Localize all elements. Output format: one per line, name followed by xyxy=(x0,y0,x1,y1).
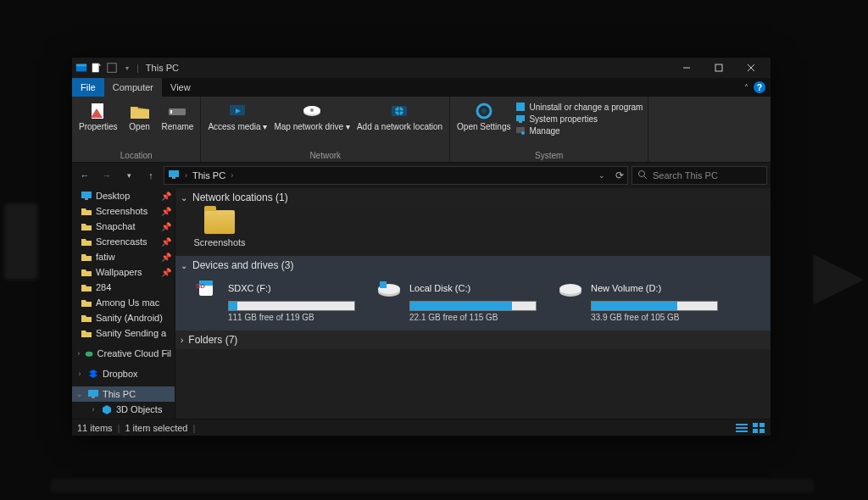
pin-icon: 📌 xyxy=(161,222,171,231)
svg-point-19 xyxy=(481,108,487,114)
chevron-right-icon[interactable]: › xyxy=(231,171,233,180)
qat-dropdown-icon[interactable]: ▾ xyxy=(121,62,133,74)
uninstall-icon xyxy=(515,102,526,112)
hdd-icon xyxy=(557,278,584,298)
settings-icon xyxy=(472,102,496,120)
ribbon-open-settings[interactable]: Open Settings xyxy=(455,100,512,149)
sidebar-item-sanity-sending[interactable]: Sanity Sending a xyxy=(72,325,175,341)
svg-rect-30 xyxy=(85,198,88,200)
folder-icon xyxy=(81,221,92,231)
search-icon xyxy=(637,169,648,181)
add-location-icon xyxy=(387,102,411,120)
sidebar-item-among-us[interactable]: Among Us mac xyxy=(72,295,175,310)
titlebar[interactable]: ▾ | This PC xyxy=(72,58,771,78)
capacity-bar xyxy=(228,301,355,311)
chevron-down-icon[interactable]: ⌄ xyxy=(181,193,187,203)
qat-properties-icon[interactable] xyxy=(91,62,103,74)
tab-computer[interactable]: Computer xyxy=(104,78,162,97)
svg-point-27 xyxy=(639,171,645,177)
nav-back-button[interactable]: ← xyxy=(75,166,94,185)
folder-icon xyxy=(81,297,92,308)
nav-up-button[interactable]: ↑ xyxy=(142,166,160,185)
section-network-locations[interactable]: ⌄ Network locations (1) xyxy=(175,188,771,207)
map-drive-icon xyxy=(300,102,324,120)
sidebar-item-screencasts[interactable]: Screencasts 📌 xyxy=(72,234,175,249)
sidebar-item-284[interactable]: 284 xyxy=(72,280,175,295)
3d-objects-icon xyxy=(101,404,113,414)
sidebar-item-snapchat[interactable]: Snapchat 📌 xyxy=(72,219,175,234)
nav-forward-button[interactable]: → xyxy=(97,166,116,185)
ribbon-rename[interactable]: Rename xyxy=(160,100,196,149)
nav-recent-button[interactable]: ▾ xyxy=(120,166,138,185)
content-pane: ⌄ Network locations (1) Screenshots ⌄ De… xyxy=(175,188,771,419)
close-button[interactable] xyxy=(735,58,767,78)
sidebar-item-sanity-android[interactable]: Sanity (Android) xyxy=(72,310,175,325)
ribbon-access-media[interactable]: Access media ▾ xyxy=(206,100,269,149)
status-item-count: 11 items xyxy=(77,423,113,433)
search-input[interactable]: Search This PC xyxy=(632,166,767,185)
sidebar-item-3d-objects[interactable]: › 3D Objects xyxy=(72,402,175,417)
section-folders[interactable]: › Folders (7) xyxy=(175,331,771,349)
svg-rect-20 xyxy=(516,103,525,111)
folder-icon xyxy=(81,313,92,323)
refresh-icon[interactable]: ⟳ xyxy=(615,169,624,181)
chevron-down-icon[interactable]: ⌄ xyxy=(181,261,187,270)
ribbon-group-network: Access media ▾ Map network drive ▾ Add a… xyxy=(201,97,450,162)
ribbon-manage[interactable]: Manage xyxy=(515,125,643,136)
expand-icon[interactable]: › xyxy=(75,349,81,358)
nav-sidebar: Desktop 📌 Screenshots 📌 Snapchat 📌 Scree… xyxy=(72,188,175,419)
sidebar-item-screenshots[interactable]: Screenshots 📌 xyxy=(72,203,175,219)
ribbon-system-properties[interactable]: System properties xyxy=(515,114,643,124)
sidebar-item-wallpapers[interactable]: Wallpapers 📌 xyxy=(72,264,175,280)
chevron-right-icon[interactable]: › xyxy=(185,171,187,180)
hdd-icon xyxy=(376,278,403,298)
desktop-icon xyxy=(81,191,92,201)
chevron-right-icon[interactable]: › xyxy=(181,336,183,345)
details-view-icon[interactable] xyxy=(735,422,748,434)
folder-icon xyxy=(81,236,92,247)
drive-new-volume-d[interactable]: New Volume (D:) 33.9 GB free of 105 GB xyxy=(557,278,726,322)
sidebar-item-this-pc[interactable]: ⌄ This PC xyxy=(72,386,175,402)
expand-icon[interactable]: › xyxy=(75,369,84,378)
ribbon-map-drive[interactable]: Map network drive ▾ xyxy=(272,100,351,149)
drive-local-c[interactable]: Local Disk (C:) 22.1 GB free of 115 GB xyxy=(376,278,545,322)
drives-row: SD SDXC (F:) 111 GB free of 119 GB Local… xyxy=(175,275,771,331)
sidebar-item-creative-cloud[interactable]: › Creative Cloud Fil xyxy=(72,346,175,361)
address-dropdown-icon[interactable]: ⌄ xyxy=(598,171,605,180)
svg-rect-29 xyxy=(81,192,92,198)
tab-view[interactable]: View xyxy=(162,78,199,97)
network-location-item[interactable]: Screenshots xyxy=(194,210,245,247)
drive-sdxc[interactable]: SD SDXC (F:) 111 GB free of 119 GB xyxy=(194,278,364,322)
svg-rect-22 xyxy=(519,121,522,123)
sidebar-item-dropbox[interactable]: › Dropbox xyxy=(72,366,175,381)
tab-file[interactable]: File xyxy=(72,78,104,97)
sdcard-icon: SD xyxy=(194,278,221,298)
status-selected-count: 1 item selected xyxy=(125,423,187,433)
ribbon-uninstall[interactable]: Uninstall or change a program xyxy=(515,102,643,112)
qat-checkbox-icon[interactable] xyxy=(106,62,118,74)
breadcrumb-root[interactable]: This PC xyxy=(192,170,225,181)
svg-rect-39 xyxy=(380,281,387,288)
ribbon-group-label: Location xyxy=(77,149,195,162)
ribbon-open[interactable]: Open xyxy=(123,100,157,149)
ribbon-properties[interactable]: Properties xyxy=(77,100,120,149)
dropbox-icon xyxy=(87,369,99,379)
svg-rect-48 xyxy=(760,429,765,433)
status-bar: 11 items | 1 item selected | xyxy=(72,419,771,436)
svg-rect-1 xyxy=(76,64,86,67)
sidebar-item-fatiw[interactable]: fatiw 📌 xyxy=(72,249,175,264)
ribbon-collapse-icon[interactable]: ˄ xyxy=(744,83,748,92)
expand-icon[interactable]: › xyxy=(89,405,97,414)
help-icon[interactable]: ? xyxy=(754,81,765,93)
ribbon-add-location[interactable]: Add a network location xyxy=(355,100,444,149)
tiles-view-icon[interactable] xyxy=(752,422,765,434)
svg-point-15 xyxy=(310,108,314,112)
svg-point-31 xyxy=(86,352,93,357)
maximize-button[interactable] xyxy=(703,58,735,78)
address-bar[interactable]: › This PC › ⌄ ⟳ xyxy=(164,166,628,185)
section-devices-drives[interactable]: ⌄ Devices and drives (3) xyxy=(175,256,771,275)
this-pc-icon xyxy=(168,169,180,181)
collapse-icon[interactable]: ⌄ xyxy=(75,390,84,398)
sidebar-item-desktop[interactable]: Desktop 📌 xyxy=(72,188,175,203)
minimize-button[interactable] xyxy=(670,58,703,78)
